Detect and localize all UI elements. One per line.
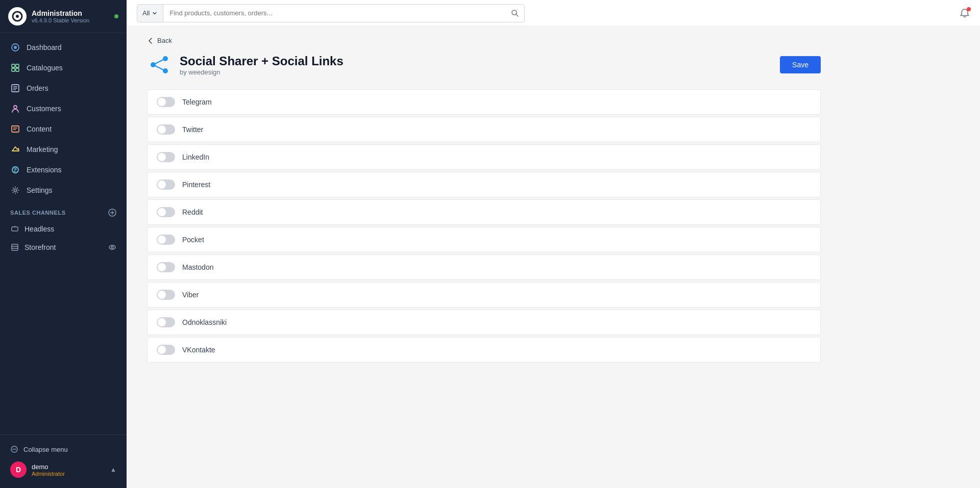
svg-rect-13 — [12, 126, 19, 132]
toggle-label-odnoklassniki: Odnoklassniki — [182, 318, 227, 326]
catalogues-icon — [10, 63, 20, 73]
svg-line-36 — [153, 65, 165, 71]
toggle-switch-twitter[interactable] — [157, 124, 175, 135]
sidebar: Administration v6.4.9.0 Stable Version D… — [0, 0, 127, 488]
toggle-row-telegram: Telegram — [147, 89, 821, 115]
save-button[interactable]: Save — [780, 56, 821, 73]
toggle-switch-mastodon[interactable] — [157, 262, 175, 272]
toggle-row-vkontakte: VKontakte — [147, 337, 821, 363]
svg-rect-7 — [16, 68, 19, 71]
sidebar-item-settings[interactable]: Settings — [0, 180, 127, 200]
sidebar-item-catalogues[interactable]: Catalogues — [0, 58, 127, 78]
toggle-label-linkedin: LinkedIn — [182, 153, 209, 161]
online-indicator — [114, 14, 118, 18]
app-name: Administration — [32, 9, 89, 18]
toggle-switch-pocket[interactable] — [157, 235, 175, 245]
toggle-row-pinterest: Pinterest — [147, 172, 821, 197]
user-chevron-icon: ▲ — [110, 466, 116, 473]
toggle-switch-vkontakte[interactable] — [157, 345, 175, 355]
sidebar-item-label: Content — [27, 125, 52, 133]
sidebar-item-label: Orders — [27, 84, 48, 92]
sidebar-item-customers[interactable]: Customers — [0, 98, 127, 119]
toggle-switch-pinterest[interactable] — [157, 179, 175, 190]
toggle-label-reddit: Reddit — [182, 208, 203, 216]
page-content: Back Social Sharer + Social Links — [127, 27, 980, 488]
extensions-icon — [10, 165, 20, 175]
add-channel-button[interactable] — [108, 209, 116, 217]
toggle-switch-viber[interactable] — [157, 290, 175, 300]
notifications-button[interactable] — [960, 8, 970, 18]
sidebar-item-headless[interactable]: Headless — [0, 220, 127, 238]
sidebar-item-label: Marketing — [27, 145, 58, 153]
toggle-row-mastodon: Mastodon — [147, 254, 821, 280]
toggle-label-mastodon: Mastodon — [182, 263, 213, 271]
svg-line-31 — [516, 14, 518, 16]
storefront-icon — [10, 243, 19, 252]
svg-rect-4 — [12, 64, 15, 67]
sidebar-item-label: Extensions — [27, 166, 61, 174]
sidebar-item-orders[interactable]: Orders — [0, 78, 127, 98]
sidebar-item-label: Catalogues — [27, 64, 63, 72]
sidebar-header: Administration v6.4.9.0 Stable Version — [0, 0, 127, 33]
user-name: demo — [32, 463, 65, 471]
search-input[interactable] — [163, 5, 506, 22]
toggle-label-vkontakte: VKontakte — [182, 346, 215, 354]
content-icon — [10, 124, 20, 134]
back-link[interactable]: Back — [147, 37, 821, 44]
app-version: v6.4.9.0 Stable Version — [32, 17, 89, 23]
collapse-menu-button[interactable]: Collapse menu — [10, 441, 116, 457]
toggle-switch-telegram[interactable] — [157, 97, 175, 107]
user-profile-row[interactable]: D demo Administrator ▲ — [10, 457, 116, 482]
toggle-switch-odnoklassniki[interactable] — [157, 317, 175, 327]
sidebar-item-label: Dashboard — [27, 43, 62, 52]
toggle-row-pocket: Pocket — [147, 227, 821, 252]
collapse-menu-label: Collapse menu — [23, 446, 68, 453]
svg-rect-21 — [12, 227, 18, 231]
settings-icon — [10, 185, 20, 195]
toggle-row-reddit: Reddit — [147, 199, 821, 225]
topbar-right — [960, 8, 970, 18]
search-filter-dropdown[interactable]: All — [137, 5, 163, 22]
channel-label: Headless — [24, 225, 54, 233]
svg-rect-5 — [16, 64, 19, 67]
toggle-label-telegram: Telegram — [182, 98, 212, 106]
sales-channels-section: Sales Channels — [0, 200, 127, 220]
sidebar-item-marketing[interactable]: Marketing — [0, 139, 127, 160]
customers-icon — [10, 104, 20, 114]
svg-line-35 — [153, 59, 165, 65]
eye-icon[interactable] — [108, 243, 116, 251]
svg-point-27 — [111, 246, 113, 248]
sidebar-nav: Dashboard Catalogues — [0, 33, 127, 434]
toggle-list: TelegramTwitterLinkedInPinterestRedditPo… — [147, 89, 821, 365]
main-area: All — [127, 0, 980, 488]
search-bar: All — [137, 4, 525, 22]
search-filter-label: All — [142, 9, 150, 17]
toggle-switch-linkedin[interactable] — [157, 152, 175, 162]
back-label: Back — [157, 37, 172, 44]
orders-icon — [10, 83, 20, 93]
sidebar-item-dashboard[interactable]: Dashboard — [0, 37, 127, 58]
page-header: Social Sharer + Social Links by weedesig… — [147, 53, 821, 77]
toggle-label-pinterest: Pinterest — [182, 181, 210, 189]
toggle-row-linkedin: LinkedIn — [147, 144, 821, 170]
svg-point-17 — [14, 189, 17, 192]
sidebar-item-label: Settings — [27, 186, 53, 194]
sidebar-item-content[interactable]: Content — [0, 119, 127, 139]
channel-label: Storefront — [24, 243, 56, 251]
marketing-icon — [10, 144, 20, 155]
search-submit-button[interactable] — [506, 5, 524, 22]
plugin-title: Social Sharer + Social Links — [180, 54, 344, 68]
sidebar-item-storefront[interactable]: Storefront — [0, 238, 127, 256]
toggle-label-twitter: Twitter — [182, 125, 203, 134]
user-avatar: D — [10, 461, 27, 478]
sidebar-footer: Collapse menu D demo Administrator ▲ — [0, 434, 127, 488]
toggle-label-pocket: Pocket — [182, 236, 204, 244]
toggle-switch-reddit[interactable] — [157, 207, 175, 217]
toggle-row-twitter: Twitter — [147, 117, 821, 142]
svg-point-12 — [14, 106, 17, 109]
plugin-icon — [147, 53, 172, 77]
plugin-author: by weedesign — [180, 68, 344, 76]
sidebar-item-extensions[interactable]: Extensions — [0, 160, 127, 180]
notification-badge — [967, 7, 971, 11]
toggle-label-viber: Viber — [182, 291, 199, 299]
